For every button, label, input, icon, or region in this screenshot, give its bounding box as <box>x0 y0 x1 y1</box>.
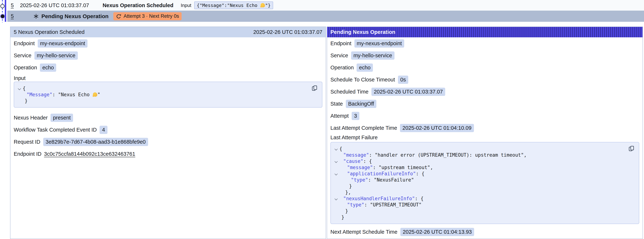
chevron-spacer <box>333 152 340 158</box>
input-section-label: Input <box>14 75 322 81</box>
chevron-spacer <box>333 214 340 220</box>
field-value-badge: echo <box>40 64 56 72</box>
json-line: } <box>333 214 635 220</box>
chevron-spacer <box>333 189 340 196</box>
collapse-chevron-icon[interactable] <box>333 146 340 152</box>
event-id-link[interactable]: 5 <box>11 2 14 8</box>
field-value-badge: my-hello-service <box>34 52 78 60</box>
field-row-scheduled-time: Scheduled Time2025-02-26 UTC 01:03:37.07 <box>330 86 639 98</box>
field-label: Service <box>330 52 348 58</box>
failure-json-block: {"message": "handler error (UPSTREAM_TIM… <box>330 142 639 224</box>
field-value-badge: 2025-02-26 UTC 01:04:13.93 <box>400 228 474 236</box>
failure-section-label: Last Attempt Failure <box>330 134 639 140</box>
event-summary-row[interactable]: 5 2025-02-26 UTC 01:03:37.07 Nexus Opera… <box>7 0 644 10</box>
copy-icon[interactable] <box>628 145 635 152</box>
collapse-chevron-icon[interactable] <box>333 170 340 177</box>
pending-asterisk-icon <box>33 13 39 19</box>
pending-event-id-link[interactable]: 5 <box>11 13 14 19</box>
field-value-badge: 3e829b7e-7d67-4b08-aad3-b1e868bfe9e0 <box>43 138 148 146</box>
field-value-badge: 4 <box>100 126 107 134</box>
field-label: Nexus Header <box>14 115 48 121</box>
field-value-badge: 3 <box>352 112 359 120</box>
input-label: Input <box>181 2 191 8</box>
input-json-block: {"Message": "Nexus Echo "} <box>14 82 322 108</box>
json-line: "type": "UPSTREAM_TIMEOUT" <box>333 202 635 208</box>
field-label: Operation <box>330 64 354 71</box>
event-timestamp: 2025-02-26 UTC 01:03:37.07 <box>20 2 89 8</box>
pending-panel-header: Pending Nexus Operation <box>327 27 642 37</box>
field-label: Last Attempt Complete Time <box>330 125 397 131</box>
retry-badge-text: Attempt 3 · Next Retry 0s <box>124 13 179 19</box>
field-label: Scheduled Time <box>330 89 368 95</box>
json-line: "message": "handler error (UPSTREAM_TIME… <box>333 152 635 158</box>
pending-operation-row[interactable]: 5 Pending Nexus Operation Attempt 3 · Ne… <box>7 10 644 22</box>
collapse-chevron-icon[interactable] <box>333 158 340 164</box>
field-label: State <box>330 101 343 107</box>
copy-icon[interactable] <box>312 85 318 92</box>
field-row-operation: Operationecho <box>330 62 639 74</box>
field-row-endpoint: Endpointmy-nexus-endpoint <box>14 37 322 50</box>
field-row-operation: Operationecho <box>14 62 322 74</box>
field-label: Next Attempt Schedule Time <box>330 229 398 235</box>
field-row-endpoint-id: Endpoint ID3c0c75ccfa8144b092c13ce632463… <box>14 148 322 160</box>
field-row-schedule-to-close-timeout: Schedule To Close Timeout0s <box>330 74 639 86</box>
chevron-spacer <box>333 208 340 214</box>
collapse-chevron-icon[interactable] <box>333 196 340 202</box>
json-line: "message": "upstream timeout", <box>333 164 635 170</box>
field-value-badge: my-nexus-endpoint <box>38 39 88 48</box>
field-label: Endpoint ID <box>14 151 42 157</box>
chevron-spacer <box>333 177 340 183</box>
field-value-badge: present <box>50 114 73 122</box>
field-row-state: StateBackingOff <box>330 98 639 110</box>
field-value-badge: my-hello-service <box>351 52 394 60</box>
field-label: Endpoint <box>330 40 352 46</box>
pending-panel-title: Pending Nexus Operation <box>330 29 396 35</box>
retry-icon <box>116 13 122 19</box>
field-label: Service <box>14 52 32 58</box>
event-detail-timestamp: 2025-02-26 UTC 01:03:37.07 <box>253 29 322 35</box>
json-line: } <box>333 183 635 189</box>
field-row-service: Servicemy-hello-service <box>14 50 322 62</box>
field-row-last-attempt-complete-time: Last Attempt Complete Time2025-02-26 UTC… <box>330 122 639 134</box>
field-label: Operation <box>14 64 37 71</box>
json-line: } <box>17 98 318 104</box>
field-value-badge: 0s <box>398 76 408 84</box>
timeline-event-dot-selected[interactable] <box>1 14 4 18</box>
event-history-page: 5 2025-02-26 UTC 01:03:37.07 Nexus Opera… <box>0 0 644 239</box>
input-preview-chip: {"Message":"Nexus Echo "} <box>194 2 273 9</box>
field-row-next-attempt-schedule-time: Next Attempt Schedule Time2025-02-26 UTC… <box>330 226 639 238</box>
field-row-service: Servicemy-hello-service <box>330 50 639 62</box>
retry-attempt-badge: Attempt 3 · Next Retry 0s <box>113 12 182 20</box>
wave-emoji <box>92 92 98 97</box>
json-line: { <box>17 85 318 92</box>
field-label: Schedule To Close Timeout <box>330 77 395 83</box>
event-detail-header: 5 Nexus Operation Scheduled 2025-02-26 U… <box>10 27 326 37</box>
field-row-nexus-header: Nexus Headerpresent <box>14 112 322 124</box>
timeline-active-bar <box>5 0 6 22</box>
field-label: Attempt <box>330 113 349 119</box>
json-line: "type": "NexusFailure" <box>333 177 635 183</box>
pending-operation-panel: Pending Nexus Operation Endpointmy-nexus… <box>327 26 643 239</box>
chevron-spacer <box>333 183 340 189</box>
event-detail-panel: 5 Nexus Operation Scheduled 2025-02-26 U… <box>10 26 326 239</box>
chevron-spacer <box>333 164 340 170</box>
chevron-spacer <box>17 92 23 98</box>
field-label: Workflow Task Completed Event ID <box>14 127 97 133</box>
json-line: "nexusHandlerFailureInfo": { <box>333 196 635 202</box>
field-value-link[interactable]: 3c0c75ccfa8144b092c13ce632463761 <box>44 151 135 157</box>
field-value-badge: echo <box>356 64 373 72</box>
event-detail-title: 5 Nexus Operation Scheduled <box>14 29 84 35</box>
field-value-badge: 2025-02-26 UTC 01:04:10.09 <box>400 124 474 132</box>
event-type-title: Nexus Operation Scheduled <box>102 2 173 8</box>
collapse-chevron-icon[interactable] <box>17 85 23 92</box>
field-row-endpoint: Endpointmy-nexus-endpoint <box>330 37 639 50</box>
field-label: Endpoint <box>14 40 35 46</box>
json-line: }, <box>333 189 635 196</box>
wave-emoji <box>260 2 266 8</box>
field-row-request-id: Request ID3e829b7e-7d67-4b08-aad3-b1e868… <box>14 136 322 148</box>
field-row-workflow-task-completed-event-id: Workflow Task Completed Event ID4 <box>14 124 322 136</box>
field-row-attempt: Attempt3 <box>330 110 639 122</box>
chevron-spacer <box>333 202 340 208</box>
field-value-badge: my-nexus-endpoint <box>354 39 404 48</box>
field-label: Request ID <box>14 139 40 145</box>
